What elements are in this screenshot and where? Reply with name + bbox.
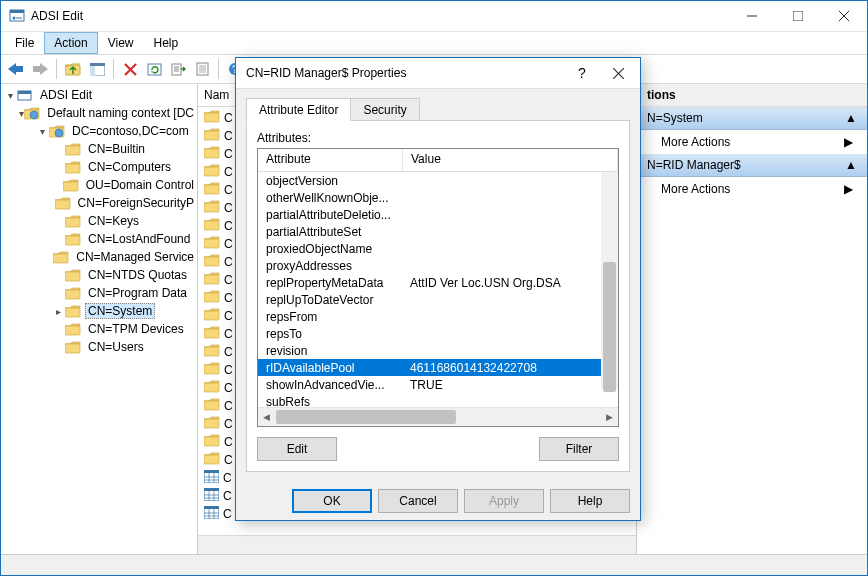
apply-button[interactable]: Apply (464, 489, 544, 513)
refresh-icon[interactable] (143, 58, 165, 80)
dialog-close-button[interactable] (600, 60, 636, 86)
attribute-row[interactable]: replPropertyMetaDataAttID Ver Loc.USN Or… (258, 274, 618, 291)
sheet-icon[interactable] (191, 58, 213, 80)
scroll-right-icon[interactable]: ▶ (601, 408, 618, 426)
attribute-row[interactable]: repsTo (258, 325, 618, 342)
close-button[interactable] (821, 1, 867, 31)
ok-button[interactable]: OK (292, 489, 372, 513)
twister-icon[interactable]: ▾ (35, 126, 49, 137)
attribute-row[interactable]: revision (258, 342, 618, 359)
attribute-row[interactable]: showInAdvancedVie...TRUE (258, 376, 618, 393)
help-button[interactable]: Help (550, 489, 630, 513)
collapse-icon[interactable]: ▲ (845, 158, 857, 172)
list-item-label: C (224, 417, 233, 431)
svg-point-21 (55, 129, 63, 137)
tree-root[interactable]: ▾ ADSI Edit (1, 86, 197, 104)
menubar: File Action View Help (1, 32, 867, 54)
cancel-button[interactable]: Cancel (378, 489, 458, 513)
actions-item[interactable]: More Actions▶ (637, 177, 867, 201)
collapse-icon[interactable]: ▲ (845, 111, 857, 125)
tree-item-label: OU=Domain Control (83, 178, 197, 192)
tree-pane[interactable]: ▾ ADSI Edit ▾Default naming context [DC▾… (1, 84, 198, 554)
export-icon[interactable] (167, 58, 189, 80)
svg-rect-23 (65, 164, 80, 173)
tree-item[interactable]: ▾DC=contoso,DC=com (1, 122, 197, 140)
menu-view[interactable]: View (98, 32, 144, 54)
minimize-button[interactable] (729, 1, 775, 31)
attribute-row[interactable]: partialAttributeSet (258, 223, 618, 240)
tree-item[interactable]: CN=TPM Devices (1, 320, 197, 338)
app-title: ADSI Edit (31, 9, 83, 23)
folder-icon (53, 250, 69, 264)
attribute-row[interactable]: repsFrom (258, 308, 618, 325)
actions-section-header[interactable]: N=RID Manager$▲ (637, 154, 867, 177)
forward-icon[interactable] (29, 58, 51, 80)
tree-item-label: CN=ForeignSecurityP (75, 196, 197, 210)
scroll-left-icon[interactable]: ◀ (258, 408, 275, 426)
attribute-row[interactable]: objectVersion (258, 172, 618, 189)
tree-item[interactable]: CN=Keys (1, 212, 197, 230)
svg-rect-49 (204, 383, 219, 392)
col-attribute[interactable]: Attribute (258, 149, 403, 171)
folder-icon (65, 340, 81, 354)
actions-section-header[interactable]: N=System▲ (637, 107, 867, 130)
tab-security[interactable]: Security (351, 98, 419, 121)
attributes-grid[interactable]: Attribute Value objectVersionotherWellKn… (257, 148, 619, 427)
chevron-down-icon[interactable]: ▾ (3, 90, 17, 101)
tree-item[interactable]: CN=NTDS Quotas (1, 266, 197, 284)
svg-rect-29 (65, 272, 80, 281)
attr-name: repsTo (258, 327, 402, 341)
edit-button[interactable]: Edit (257, 437, 337, 461)
tree-item[interactable]: CN=Users (1, 338, 197, 356)
attribute-row[interactable]: replUpToDateVector (258, 291, 618, 308)
attribute-row[interactable]: proxiedObjectName (258, 240, 618, 257)
folder-icon (65, 232, 81, 246)
grid-vscrollbar[interactable] (601, 172, 618, 389)
list-item-label: C (224, 363, 233, 377)
tree-item[interactable]: ▸CN=System (1, 302, 197, 320)
tree-item[interactable]: CN=ForeignSecurityP (1, 194, 197, 212)
twister-icon[interactable]: ▸ (51, 306, 65, 317)
attribute-row[interactable]: rIDAvailablePool4611686014132422708 (258, 359, 618, 376)
filter-button[interactable]: Filter (539, 437, 619, 461)
attribute-row[interactable]: subRefs (258, 393, 618, 407)
chevron-right-icon: ▶ (844, 135, 853, 149)
svg-rect-17 (18, 91, 31, 94)
attribute-row[interactable]: partialAttributeDeletio... (258, 206, 618, 223)
attribute-row[interactable]: proxyAddresses (258, 257, 618, 274)
tab-attribute-editor[interactable]: Attribute Editor (246, 98, 351, 121)
folder-icon (204, 290, 220, 306)
attribute-row[interactable]: otherWellKnownObje... (258, 189, 618, 206)
actions-item[interactable]: More Actions▶ (637, 130, 867, 154)
up-folder-icon[interactable] (62, 58, 84, 80)
tree-item[interactable]: CN=Program Data (1, 284, 197, 302)
tree-item[interactable]: OU=Domain Control (1, 176, 197, 194)
col-value[interactable]: Value (403, 149, 618, 171)
list-item-label: C (224, 183, 233, 197)
tree-item[interactable]: CN=Computers (1, 158, 197, 176)
menu-file[interactable]: File (5, 32, 44, 54)
folder-icon (65, 322, 81, 336)
folder-icon (204, 110, 220, 126)
tree-item[interactable]: CN=LostAndFound (1, 230, 197, 248)
menu-help[interactable]: Help (144, 32, 189, 54)
tree-item[interactable]: CN=Managed Service (1, 248, 197, 266)
menu-action[interactable]: Action (44, 32, 97, 54)
svg-rect-39 (204, 203, 219, 212)
list-item-label: C (224, 273, 233, 287)
dialog-help-button[interactable]: ? (564, 60, 600, 86)
tree-item[interactable]: ▾Default naming context [DC (1, 104, 197, 122)
window-grid-icon[interactable] (86, 58, 108, 80)
tree-item[interactable]: CN=Builtin (1, 140, 197, 158)
folder-icon (204, 254, 220, 270)
delete-icon[interactable] (119, 58, 141, 80)
attr-name: partialAttributeDeletio... (258, 208, 402, 222)
attr-name: replUpToDateVector (258, 293, 402, 307)
folder-icon (63, 178, 79, 192)
list-hscrollbar[interactable] (198, 535, 636, 554)
grid-hscrollbar[interactable]: ◀ ▶ (258, 407, 618, 426)
maximize-button[interactable] (775, 1, 821, 31)
back-icon[interactable] (5, 58, 27, 80)
svg-rect-48 (204, 365, 219, 374)
app-icon (9, 7, 25, 26)
